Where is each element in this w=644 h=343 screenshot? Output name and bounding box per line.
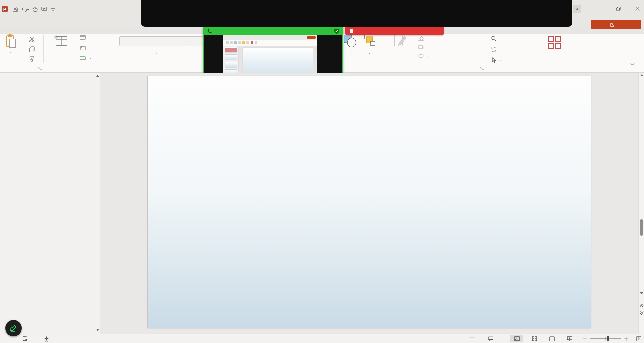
chevron-down-icon: ⌄ (619, 23, 622, 26)
find-button[interactable] (491, 36, 498, 42)
arrange-button[interactable]: ⌄ (362, 34, 377, 54)
spellcheck-icon[interactable] (22, 336, 28, 341)
stop-icon (350, 29, 353, 33)
shape-effects-button[interactable]: ⌄ (418, 53, 430, 59)
next-slide-icon[interactable] (639, 311, 644, 315)
previous-slide-icon[interactable] (639, 304, 644, 308)
scroll-up-icon[interactable] (639, 74, 644, 77)
slideshow-view-button[interactable] (563, 335, 576, 342)
replace-button[interactable]: bc ⌄ (491, 47, 509, 52)
dialog-launcher-icon[interactable] (38, 67, 42, 70)
copy-icon[interactable] (29, 46, 35, 52)
zoom-meeting-toolbar (141, 0, 572, 27)
save-icon[interactable] (12, 6, 18, 12)
layout-button[interactable]: ⌄ (80, 35, 92, 40)
stop-share-button[interactable] (345, 27, 444, 35)
svg-text:P: P (3, 7, 6, 12)
select-button[interactable]: ⌄ (491, 57, 502, 63)
redo-icon[interactable] (32, 6, 38, 12)
mini-share-button (307, 36, 316, 39)
customize-qat-icon[interactable] (51, 7, 55, 11)
slide-thumbnail-panel (0, 73, 101, 334)
close-icon[interactable] (633, 5, 642, 13)
screen-share-banner-header (203, 27, 343, 35)
font-name-combobox[interactable]: ⌄ (119, 36, 192, 46)
svg-text:c: c (494, 49, 496, 52)
notes-button[interactable] (469, 336, 477, 341)
zoom-annotation-button[interactable] (5, 320, 22, 336)
zoom-slider[interactable] (590, 336, 621, 341)
scroll-down-icon[interactable] (96, 328, 100, 331)
start-slideshow-icon[interactable] (41, 6, 47, 12)
normal-view-button[interactable] (510, 335, 523, 342)
comments-button[interactable] (488, 336, 496, 341)
slide-sorter-view-button[interactable] (528, 335, 541, 342)
quick-access-toolbar: P (1, 5, 55, 13)
scrollbar-thumb[interactable] (640, 219, 643, 236)
vertical-scrollbar (638, 73, 644, 334)
svg-text:b: b (491, 47, 493, 50)
partially-hidden-ribbon-button: и (573, 5, 581, 13)
quick-styles-button[interactable]: ⌄ (392, 34, 407, 55)
phone-icon (207, 29, 212, 34)
window-controls (595, 5, 642, 13)
share-access-button[interactable]: ⌄ (591, 20, 641, 29)
chevron-down-icon[interactable]: ⌄ (155, 51, 158, 54)
pencil-icon (10, 324, 17, 332)
status-bar (0, 334, 644, 343)
reading-view-button[interactable] (546, 335, 558, 342)
fit-to-window-icon[interactable] (636, 336, 641, 341)
restore-icon[interactable] (614, 5, 623, 13)
format-painter-icon[interactable] (29, 56, 35, 62)
font-format-row: ⌄ (120, 51, 168, 54)
mini-titlebar (223, 35, 317, 40)
zoom-out-icon[interactable] (583, 337, 587, 341)
chevron-down-icon: ⌄ (9, 51, 12, 54)
scroll-down-icon[interactable] (639, 292, 644, 295)
scroll-up-icon[interactable] (96, 75, 100, 77)
cut-icon[interactable] (29, 36, 35, 43)
accessibility-icon[interactable] (44, 336, 49, 342)
current-slide[interactable] (148, 76, 591, 328)
dialog-launcher-icon[interactable] (480, 67, 484, 70)
reset-slide-button[interactable] (80, 45, 87, 50)
collapse-ribbon-icon[interactable] (630, 63, 635, 66)
quick-styles-label-2: ⌄ (398, 51, 401, 55)
minimize-icon[interactable] (595, 5, 604, 13)
new-slide-label-2: ⌄ (59, 50, 62, 55)
shapes-button[interactable]: ⌄ (342, 34, 358, 54)
undo-icon[interactable] (21, 6, 29, 12)
shape-fill-button[interactable]: ⌄ (418, 36, 430, 41)
chevron-down-icon[interactable]: ⌄ (37, 48, 40, 51)
slide-editing-area (100, 73, 638, 334)
powerpoint-logo: P (1, 5, 9, 13)
paste-button[interactable]: ⌄ (5, 34, 17, 54)
mini-ribbon (223, 40, 317, 46)
addins-button[interactable] (546, 34, 563, 52)
zoom-in-icon[interactable] (624, 337, 628, 341)
new-slide-button[interactable]: ⌄ (53, 34, 68, 55)
section-button[interactable]: ⌄ (80, 55, 92, 60)
shape-outline-button[interactable]: ⌄ (418, 45, 430, 50)
shield-check-icon (334, 28, 339, 34)
chevron-down-icon[interactable]: ⌄ (506, 48, 509, 51)
share-icon (610, 22, 615, 27)
